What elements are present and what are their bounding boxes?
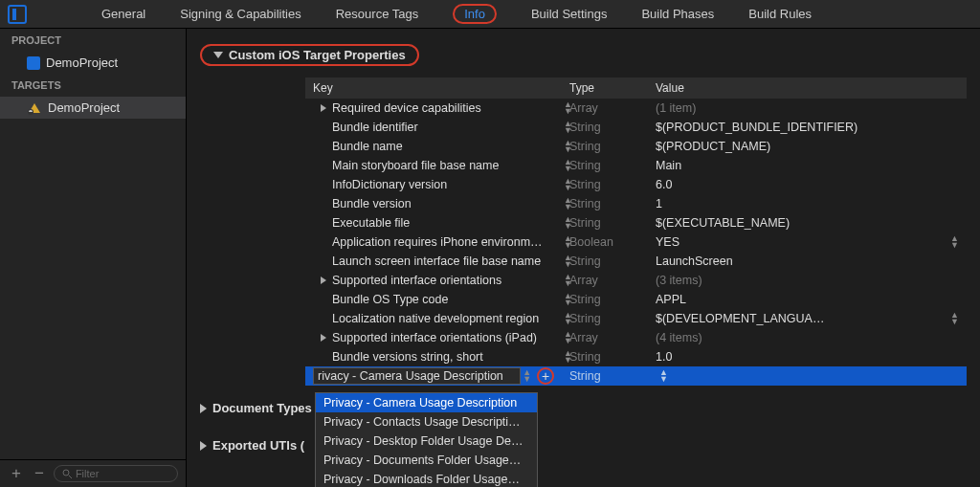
key-stepper[interactable]: ▲▼ (564, 140, 572, 153)
autocomplete-item[interactable]: Privacy - Downloads Folder Usage… (316, 470, 537, 487)
type-stepper[interactable]: ▲▼ (659, 369, 668, 383)
panel-toggle-icon[interactable] (8, 5, 27, 24)
plist-row[interactable]: Executable file▲▼String$(EXECUTABLE_NAME… (305, 213, 967, 232)
chevron-right-icon[interactable] (321, 334, 326, 342)
plist-row[interactable]: Bundle version▲▼String1 (305, 194, 967, 213)
key-stepper[interactable]: ▲▼ (564, 216, 572, 230)
chevron-right-icon (200, 404, 207, 413)
plist-key-label: Bundle name (332, 140, 403, 153)
plist-value-label[interactable]: (3 items) (648, 270, 967, 291)
tab-signing[interactable]: Signing & Capabilities (163, 0, 318, 29)
autocomplete-item[interactable]: Privacy - Contacts Usage Descripti… (316, 412, 537, 432)
sidebar-target-item[interactable]: DemoProject (0, 97, 186, 119)
project-sidebar: PROJECT DemoProject TARGETS DemoProject … (0, 29, 187, 487)
key-stepper[interactable]: ▲▼ (564, 159, 572, 172)
plist-row[interactable]: Launch screen interface file base name▲▼… (305, 252, 967, 271)
plist-value-label[interactable]: 1 (648, 193, 967, 214)
key-input[interactable]: rivacy - Camera Usage Description (313, 367, 521, 385)
project-icon (27, 56, 40, 70)
editing-value[interactable] (648, 372, 967, 380)
plist-table: Key Type Value Required device capabilit… (305, 77, 967, 386)
plist-value-label[interactable]: Main (648, 155, 967, 176)
tab-info[interactable]: Info (435, 0, 514, 29)
key-stepper[interactable]: ▲▼ (564, 101, 572, 115)
key-stepper[interactable]: ▲▼ (564, 255, 572, 268)
chevron-right-icon[interactable] (321, 104, 326, 112)
sidebar-filter-input[interactable]: Filter (54, 465, 178, 482)
plist-row[interactable]: InfoDictionary version▲▼String6.0 (305, 175, 967, 194)
sidebar-project-header: PROJECT (0, 29, 186, 52)
header-type: Type (562, 77, 648, 99)
plist-value-label[interactable]: (1 item) (648, 98, 967, 119)
key-stepper[interactable]: ▲▼ (564, 312, 572, 325)
key-stepper[interactable]: ▲▼ (564, 331, 572, 344)
project-name-label: DemoProject (46, 55, 118, 70)
plist-type-label: Boolean (562, 232, 648, 253)
plist-value-label[interactable]: $(PRODUCT_NAME) (648, 136, 967, 157)
plist-key-label: Executable file (332, 216, 410, 230)
tab-build-phases[interactable]: Build Phases (624, 0, 731, 29)
sidebar-footer: + − Filter (0, 459, 186, 487)
plist-row[interactable]: Localization native development region▲▼… (305, 309, 967, 328)
plist-row[interactable]: Bundle name▲▼String$(PRODUCT_NAME) (305, 137, 967, 156)
plist-value-label[interactable]: YES (648, 232, 967, 253)
plist-row[interactable]: Main storyboard file base name▲▼StringMa… (305, 156, 967, 175)
plist-row[interactable]: Application requires iPhone environm…▲▼B… (305, 232, 967, 252)
sidebar-targets-header: TARGETS (0, 74, 186, 97)
autocomplete-item[interactable]: Privacy - Desktop Folder Usage De… (316, 432, 537, 451)
plist-value-label[interactable]: $(DEVELOPMENT_LANGUA… (648, 308, 967, 329)
autocomplete-item[interactable]: Privacy - Documents Folder Usage… (316, 451, 537, 470)
custom-properties-disclosure[interactable]: Custom iOS Target Properties (200, 38, 967, 72)
tab-build-rules[interactable]: Build Rules (731, 0, 829, 29)
add-row-button[interactable]: + (537, 367, 554, 385)
plist-row[interactable]: Bundle OS Type code▲▼StringAPPL (305, 290, 967, 309)
plist-row[interactable]: Supported interface orientations (iPad)▲… (305, 328, 967, 347)
remove-target-button[interactable]: − (31, 464, 48, 483)
plist-type-label: Array (562, 327, 648, 348)
key-stepper[interactable]: ▲▼ (564, 350, 572, 364)
key-stepper[interactable]: ▲▼ (564, 121, 572, 134)
plist-row[interactable]: Supported interface orientations▲▼Array(… (305, 271, 967, 290)
plist-value-label[interactable]: (4 items) (648, 327, 967, 348)
plist-type-label: String (562, 117, 648, 138)
svg-line-2 (69, 476, 72, 478)
plist-row[interactable]: Bundle identifier▲▼String$(PRODUCT_BUNDL… (305, 118, 967, 137)
plist-key-label: Bundle version (332, 197, 412, 210)
plist-value-label[interactable]: 6.0 (648, 174, 967, 195)
plist-value-label[interactable]: LaunchScreen (648, 251, 967, 272)
tab-general[interactable]: General (84, 0, 163, 29)
sidebar-project-item[interactable]: DemoProject (0, 52, 186, 74)
header-key: Key (305, 77, 562, 99)
key-stepper[interactable]: ▲▼ (523, 369, 531, 383)
key-stepper[interactable]: ▲▼ (564, 274, 572, 287)
key-stepper[interactable]: ▲▼ (564, 178, 572, 191)
key-stepper[interactable]: ▲▼ (564, 293, 572, 306)
add-target-button[interactable]: + (8, 464, 25, 483)
chevron-right-icon[interactable] (321, 277, 326, 284)
plist-value-label[interactable]: APPL (648, 289, 967, 310)
plist-type-label: String (562, 174, 648, 195)
main-editor: Custom iOS Target Properties Key Type Va… (187, 29, 980, 487)
tab-resource-tags[interactable]: Resource Tags (319, 0, 435, 29)
plist-key-label: Launch screen interface file base name (332, 255, 541, 268)
autocomplete-item[interactable]: Privacy - Camera Usage Description (316, 393, 537, 412)
plist-type-label: String (562, 212, 648, 233)
plist-row[interactable]: Required device capabilities▲▼Array(1 it… (305, 99, 967, 118)
plist-type-label: String (562, 193, 648, 214)
plist-type-label: String (562, 251, 648, 272)
plist-value-label[interactable]: 1.0 (648, 346, 967, 367)
exported-utis-label: Exported UTIs ( (212, 438, 304, 453)
plist-key-label: Bundle identifier (332, 121, 418, 134)
value-stepper[interactable]: ▲▼ (950, 235, 959, 249)
tab-build-settings[interactable]: Build Settings (514, 0, 625, 29)
key-stepper[interactable]: ▲▼ (564, 235, 572, 249)
plist-value-label[interactable]: $(PRODUCT_BUNDLE_IDENTIFIER) (648, 117, 967, 138)
plist-header-row: Key Type Value (305, 77, 967, 99)
plist-value-label[interactable]: $(EXECUTABLE_NAME) (648, 212, 967, 233)
plist-editing-row[interactable]: rivacy - Camera Usage Description ▲▼ + S… (305, 366, 967, 386)
value-stepper[interactable]: ▲▼ (950, 312, 959, 325)
plist-key-label: Application requires iPhone environm… (332, 235, 543, 249)
header-value: Value (648, 77, 967, 99)
chevron-down-icon (213, 52, 223, 58)
key-stepper[interactable]: ▲▼ (564, 197, 572, 210)
